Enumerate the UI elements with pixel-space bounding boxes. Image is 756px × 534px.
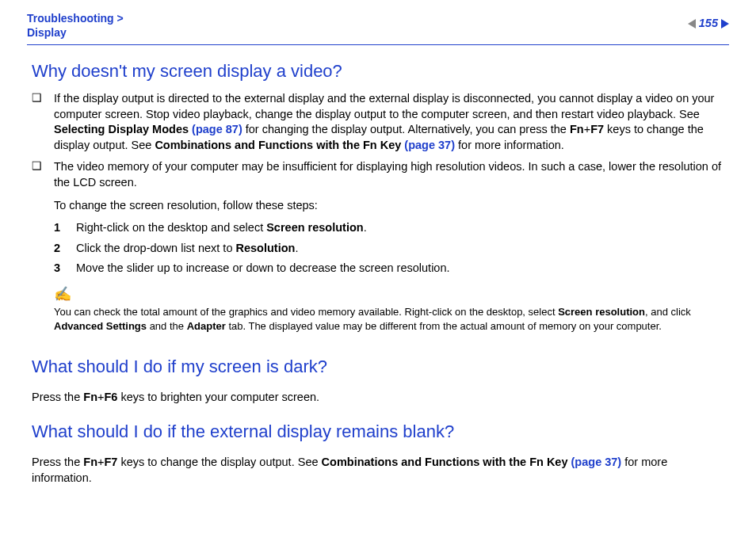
note-icon: ✍: [54, 284, 724, 303]
link-page-87[interactable]: (page 87): [192, 123, 242, 135]
bullet-2: ❑ The video memory of your computer may …: [32, 159, 724, 341]
link-page-37b[interactable]: (page 37): [571, 456, 622, 468]
para-dark: Press the Fn+F6 keys to brighten your co…: [32, 390, 724, 406]
link-page-37a[interactable]: (page 37): [404, 139, 455, 151]
page-number: 155: [699, 16, 718, 32]
bullet-1: ❑ If the display output is directed to t…: [32, 91, 724, 153]
heading-external: What should I do if the external display…: [32, 420, 724, 444]
prev-page-icon[interactable]: [688, 19, 696, 29]
breadcrumb-sub: Display: [27, 26, 67, 39]
heading-video: Why doesn't my screen display a video?: [32, 59, 724, 83]
step-3: 3 Move the slider up to increase or down…: [54, 261, 724, 277]
step-2: 2 Click the drop-down list next to Resol…: [54, 241, 724, 257]
para-external: Press the Fn+F7 keys to change the displ…: [32, 455, 724, 486]
page-header: Troubleshooting > Display 155: [27, 11, 729, 44]
content: Why doesn't my screen display a video? ❑…: [27, 59, 729, 486]
breadcrumb-top: Troubleshooting >: [27, 12, 124, 25]
bullet-icon: ❑: [32, 159, 43, 341]
note-text: You can check the total amount of the gr…: [54, 305, 724, 333]
heading-dark: What should I do if my screen is dark?: [32, 355, 724, 379]
header-rule: [27, 44, 729, 45]
bullet-2-text: The video memory of your computer may be…: [54, 159, 724, 341]
bullet-1-text: If the display output is directed to the…: [54, 91, 724, 153]
next-page-icon[interactable]: [721, 19, 729, 29]
bullet-icon: ❑: [32, 91, 43, 153]
breadcrumb: Troubleshooting > Display: [27, 11, 124, 40]
pager: 155: [688, 16, 729, 32]
step-1: 1 Right-click on the desktop and select …: [54, 220, 724, 236]
